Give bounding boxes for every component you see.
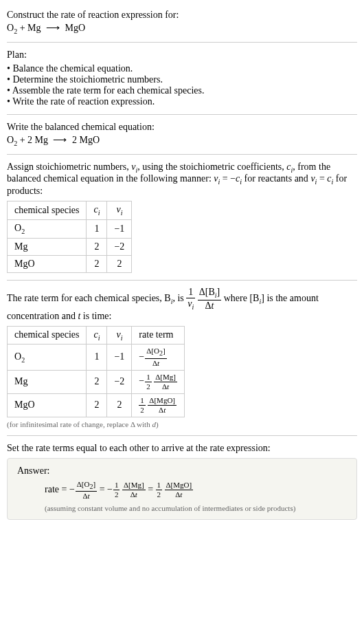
- table-row: MgO 2 2 12 Δ[MgO] Δt: [8, 393, 185, 417]
- stoich-section: Assign stoichiometric numbers, νi, using…: [7, 157, 357, 277]
- table-row: O2 1 −1: [8, 219, 132, 238]
- prompt-text: Construct the rate of reaction expressio…: [7, 10, 357, 21]
- divider: [7, 154, 357, 155]
- species-o2: O2: [7, 135, 17, 145]
- col-species: chemical species: [8, 326, 87, 345]
- species-o2: O2: [7, 23, 17, 33]
- table-row: O2 1 −1 − Δ[O2] Δt: [8, 345, 185, 370]
- rateterm-intro: The rate term for each chemical species,…: [7, 287, 357, 322]
- fraction: 12: [113, 481, 120, 499]
- balanced-equation: O2 + 2 Mg ⟶ 2 MgO: [7, 134, 357, 147]
- rateterm-note: (for infinitesimal rate of change, repla…: [7, 420, 357, 428]
- fraction: Δ[O2] Δt: [145, 347, 166, 367]
- table-row: Mg 2 −2: [8, 238, 132, 255]
- table-row: Mg 2 −2 −12 Δ[Mg] Δt: [8, 370, 185, 393]
- answer-note: (assuming constant volume and no accumul…: [17, 504, 347, 512]
- divider: [7, 280, 357, 281]
- final-section: Set the rate terms equal to each other t…: [7, 439, 357, 524]
- balanced-title: Write the balanced chemical equation:: [7, 122, 357, 133]
- col-c: ci: [87, 326, 107, 345]
- header-section: Construct the rate of reaction expressio…: [7, 6, 357, 39]
- divider: [7, 42, 357, 43]
- fraction: Δ[MgO] Δt: [148, 397, 177, 414]
- answer-label: Answer:: [17, 466, 347, 477]
- fraction: 1 νi: [186, 287, 195, 311]
- answer-box: Answer: rate = − Δ[O2] Δt = −12 Δ[Mg] Δt…: [7, 458, 357, 520]
- final-title: Set the rate terms equal to each other t…: [7, 443, 357, 454]
- balanced-section: Write the balanced chemical equation: O2…: [7, 118, 357, 151]
- fraction: Δ[MgO] Δt: [165, 481, 194, 499]
- plan-item: Write the rate of reaction expression.: [7, 96, 357, 107]
- rate-expression: rate = − Δ[O2] Δt = −12 Δ[Mg] Δt = 12 Δ[…: [17, 481, 347, 500]
- rateterm-table: chemical species ci νi rate term O2 1 −1…: [7, 326, 185, 417]
- plan-item: Assemble the rate term for each chemical…: [7, 85, 357, 96]
- col-c: ci: [87, 201, 107, 220]
- col-species: chemical species: [8, 201, 87, 220]
- reaction-arrow-icon: ⟶: [46, 22, 60, 34]
- rateterm-section: The rate term for each chemical species,…: [7, 283, 357, 433]
- fraction: Δ[O2] Δt: [76, 481, 97, 500]
- reaction-arrow-icon: ⟶: [53, 134, 67, 146]
- table-row: MgO 2 2: [8, 255, 132, 272]
- col-nu: νi: [107, 201, 132, 220]
- plan-item: Balance the chemical equation.: [7, 63, 357, 74]
- fraction: 12: [145, 373, 152, 391]
- col-rate: rate term: [132, 326, 185, 345]
- plan-list: Balance the chemical equation. Determine…: [7, 63, 357, 107]
- table-header-row: chemical species ci νi: [8, 201, 132, 220]
- plan-section: Plan: Balance the chemical equation. Det…: [7, 45, 357, 111]
- fraction: 12: [139, 397, 146, 414]
- stoich-table: chemical species ci νi O2 1 −1 Mg 2 −2 M…: [7, 201, 132, 273]
- divider: [7, 114, 357, 115]
- fraction: 12: [156, 481, 163, 499]
- fraction: Δ[Mg] Δt: [154, 373, 177, 391]
- fraction: Δ[Bi] Δt: [198, 287, 221, 311]
- col-nu: νi: [107, 326, 132, 345]
- plan-title: Plan:: [7, 50, 357, 61]
- plan-item: Determine the stoichiometric numbers.: [7, 74, 357, 85]
- unbalanced-equation: O2 + Mg ⟶ MgO: [7, 22, 357, 35]
- table-header-row: chemical species ci νi rate term: [8, 326, 185, 345]
- divider: [7, 435, 357, 436]
- stoich-intro: Assign stoichiometric numbers, νi, using…: [7, 162, 357, 197]
- fraction: Δ[Mg] Δt: [122, 481, 146, 499]
